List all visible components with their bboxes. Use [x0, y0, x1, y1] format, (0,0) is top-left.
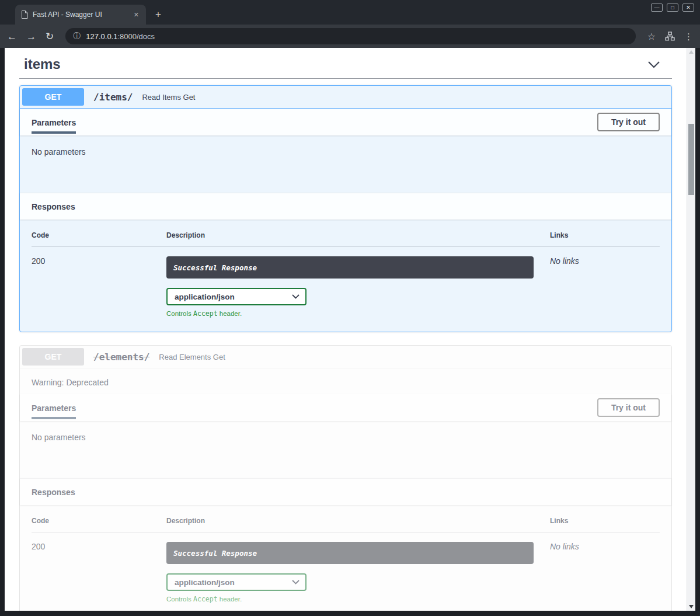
forward-icon[interactable]: → [26, 32, 36, 41]
no-parameters-text: No parameters [20, 135, 671, 193]
links-column-header: Links [550, 517, 660, 525]
maximize-button[interactable]: □ [667, 4, 678, 12]
page-viewport: items GET /items/ Read Items Get Paramet… [5, 48, 695, 611]
response-row: 200 Successful Response application/json [32, 247, 660, 318]
response-code: 200 [32, 256, 166, 318]
parameters-tab: Parameters [32, 403, 76, 419]
response-description-cell: Successful Response application/json [166, 542, 550, 603]
opblock-body: Parameters Try it out No parameters Resp… [20, 109, 671, 332]
chevron-down-icon [292, 294, 299, 299]
bookmark-star-icon[interactable]: ☆ [647, 31, 656, 42]
tag-section-header[interactable]: items [19, 48, 672, 79]
url-text: 127.0.0.1:8000/docs [86, 32, 155, 41]
titlebar: Fast API - Swagger UI ✕ + — □ ✕ [0, 0, 700, 25]
operation-path: /items/ [91, 92, 135, 103]
responses-table-head: Code Description Links [32, 517, 660, 533]
scroll-up-icon[interactable] [689, 50, 694, 54]
opblock-body: Warning: Deprecated Parameters Try it ou… [20, 368, 671, 611]
response-description-box: Successful Response [166, 256, 534, 279]
description-column-header: Description [166, 517, 550, 525]
media-type-value: application/json [175, 293, 235, 301]
response-description: Successful Response [173, 549, 257, 558]
responses-table: Code Description Links 200 Successful Re… [20, 220, 671, 332]
url-path: :8000/docs [117, 32, 155, 41]
operation-path: /elements/ [91, 351, 152, 363]
try-it-out-button[interactable]: Try it out [597, 398, 660, 417]
response-description: Successful Response [173, 263, 257, 272]
media-type-value: application/json [175, 578, 235, 587]
browser-toolbar: ← → ↻ ⓘ 127.0.0.1:8000/docs ☆ ⋮ [0, 25, 700, 48]
section-title: items [24, 56, 61, 72]
parameters-tab: Parameters [32, 118, 76, 134]
toolbar-right: ☆ ⋮ [647, 31, 693, 42]
responses-header: Responses [20, 478, 671, 505]
accept-note-code: Accept [193, 595, 218, 603]
accept-header-note: Controls Accept header. [166, 309, 534, 318]
swagger-page: items GET /items/ Read Items Get Paramet… [5, 48, 687, 611]
no-parameters-text: No parameters [20, 421, 671, 478]
parameters-header: Parameters Try it out [20, 394, 671, 421]
description-column-header: Description [166, 231, 550, 239]
deprecated-content: GET /elements/ Read Elements Get Warning… [20, 346, 671, 611]
opblock-summary[interactable]: GET /elements/ Read Elements Get [20, 346, 671, 368]
new-tab-button[interactable]: + [153, 9, 163, 20]
responses-table: Code Description Links 200 Successful Re… [20, 505, 671, 611]
code-column-header: Code [32, 231, 166, 239]
method-badge: GET [22, 348, 84, 366]
chevron-down-icon[interactable] [640, 58, 667, 71]
back-icon[interactable]: ← [7, 32, 17, 41]
responses-table-head: Code Description Links [32, 231, 660, 247]
response-code: 200 [32, 542, 166, 603]
response-description-cell: Successful Response application/json [166, 256, 550, 318]
parameters-header: Parameters Try it out [20, 109, 671, 135]
operation-summary: Read Elements Get [159, 353, 225, 361]
page-icon [21, 11, 28, 19]
info-icon[interactable]: ⓘ [73, 31, 81, 41]
browser-tab[interactable]: Fast API - Swagger UI ✕ [15, 5, 146, 25]
window-controls: — □ ✕ [651, 4, 694, 12]
accept-note-post: header. [218, 310, 242, 317]
kebab-menu-icon[interactable]: ⋮ [684, 32, 693, 41]
minimize-button[interactable]: — [651, 4, 663, 12]
accept-note-code: Accept [193, 309, 218, 318]
method-badge: GET [22, 88, 84, 106]
operation-summary: Read Items Get [142, 93, 195, 102]
scrollbar-thumb[interactable] [688, 124, 694, 195]
links-value: No links [550, 256, 660, 318]
response-row: 200 Successful Response application/json [32, 533, 660, 603]
try-it-out-button[interactable]: Try it out [597, 113, 660, 131]
links-value: No links [550, 542, 660, 603]
tab-close-icon[interactable]: ✕ [133, 11, 140, 19]
scrollbar[interactable] [687, 48, 695, 611]
deprecated-warning: Warning: Deprecated [20, 368, 671, 394]
url-bar[interactable]: ⓘ 127.0.0.1:8000/docs [65, 28, 635, 44]
responses-header: Responses [20, 193, 671, 220]
opblock-get-elements-deprecated: GET /elements/ Read Elements Get Warning… [19, 345, 672, 611]
accept-note-post: header. [218, 596, 242, 603]
accept-header-note: Controls Accept header. [166, 595, 534, 603]
media-type-select[interactable]: application/json [166, 288, 307, 305]
links-column-header: Links [550, 231, 660, 239]
scroll-down-icon[interactable] [689, 605, 694, 608]
browser-window: Fast API - Swagger UI ✕ + — □ ✕ ← → ↻ ⓘ … [0, 0, 700, 616]
accept-note-pre: Controls [166, 310, 193, 317]
code-column-header: Code [32, 517, 166, 525]
accept-note-pre: Controls [166, 596, 193, 603]
tab-title: Fast API - Swagger UI [33, 11, 128, 19]
reload-icon[interactable]: ↻ [46, 32, 54, 41]
url-host: 127.0.0.1 [86, 32, 117, 41]
response-description-box: Successful Response [166, 542, 534, 564]
opblock-summary[interactable]: GET /items/ Read Items Get [20, 86, 671, 109]
media-type-select[interactable]: application/json [166, 573, 307, 591]
chevron-down-icon [292, 580, 299, 584]
sitemap-icon[interactable] [665, 32, 675, 41]
opblock-get-items: GET /items/ Read Items Get Parameters Tr… [19, 85, 672, 332]
window-close-button[interactable]: ✕ [682, 4, 694, 12]
